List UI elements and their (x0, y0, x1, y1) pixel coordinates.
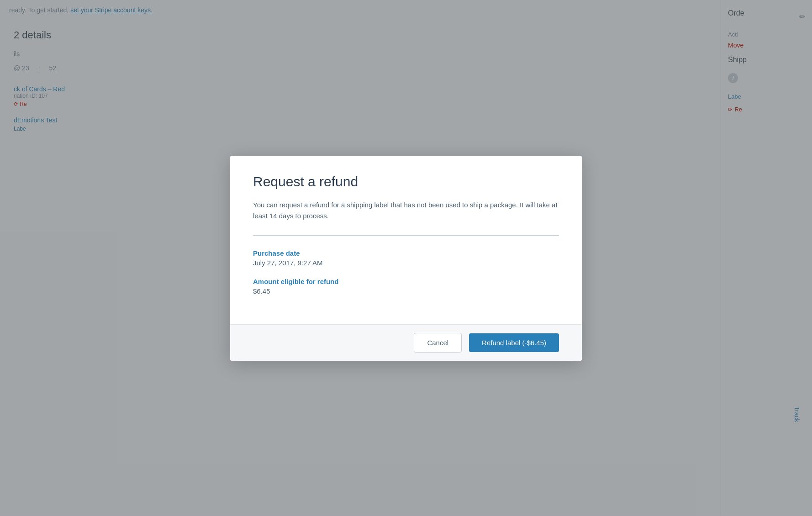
refund-modal: Request a refund You can request a refun… (230, 156, 582, 361)
cancel-button[interactable]: Cancel (414, 333, 462, 353)
purchase-date-value: July 27, 2017, 9:27 AM (253, 259, 559, 267)
modal-description: You can request a refund for a shipping … (253, 200, 559, 221)
modal-footer: Cancel Refund label (-$6.45) (230, 324, 582, 361)
refund-amount-value: $6.45 (253, 287, 559, 295)
modal-body: Request a refund You can request a refun… (230, 156, 582, 324)
purchase-date-field: Purchase date July 27, 2017, 9:27 AM (253, 249, 559, 267)
modal-divider (253, 235, 559, 236)
refund-amount-label: Amount eligible for refund (253, 278, 559, 285)
refund-amount-field: Amount eligible for refund $6.45 (253, 278, 559, 295)
modal-title: Request a refund (253, 174, 559, 190)
purchase-date-label: Purchase date (253, 249, 559, 257)
modal-overlay: Request a refund You can request a refun… (0, 0, 812, 516)
refund-button[interactable]: Refund label (-$6.45) (469, 333, 559, 352)
